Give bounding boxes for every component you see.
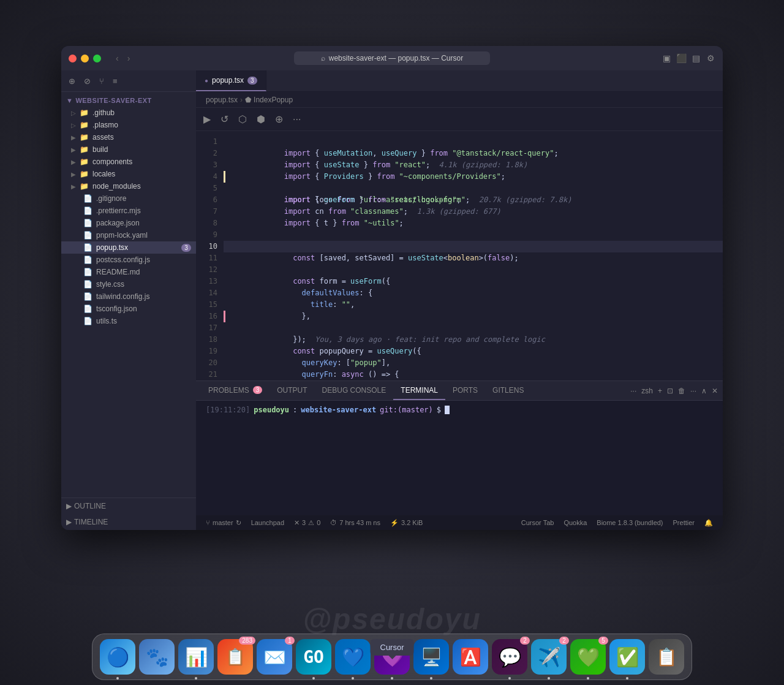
run-icon[interactable]: ▶	[201, 111, 213, 127]
breakpoint-icon[interactable]: ⊕	[273, 111, 285, 127]
tab-ports[interactable]: PORTS	[445, 381, 485, 400]
split-icon[interactable]: ⊡	[667, 387, 673, 395]
filter-icon[interactable]: ≡	[113, 77, 118, 86]
sidebar-item-github[interactable]: ▷ 📁 .github	[61, 107, 196, 119]
status-size[interactable]: ⚡ 3.2 KiB	[385, 515, 428, 530]
dock-item-slack[interactable]: 💬 2	[492, 639, 527, 675]
sidebar-item-tsconfig[interactable]: 📄 tsconfig.json	[61, 303, 196, 315]
status-branch[interactable]: ⑂ master ↻	[201, 515, 246, 530]
tab-terminal[interactable]: TERMINAL	[393, 381, 445, 400]
line-num-14: 14	[196, 287, 224, 299]
sidebar-item-components[interactable]: ▶ 📁 components	[61, 156, 196, 168]
tab-output[interactable]: OUTPUT	[270, 381, 314, 400]
more-icon[interactable]: ···	[290, 112, 303, 127]
sidebar-item-popuptsx[interactable]: 📄 popup.tsx 3	[61, 241, 196, 254]
sidebar-toggle-icon[interactable]: ▣	[662, 53, 671, 63]
step2-icon[interactable]: ⬢	[254, 111, 268, 127]
sidebar-item-readme[interactable]: 📄 README.md	[61, 266, 196, 278]
dock-item-appstore[interactable]: 🅰️	[453, 639, 488, 675]
dock-item-things[interactable]: ✅	[609, 639, 645, 675]
title-search[interactable]: ⌕ website-saver-ext — popup.tsx — Cursor	[294, 51, 490, 65]
tab-debug[interactable]: DEBUG CONSOLE	[315, 381, 394, 400]
dock-item-charts[interactable]: 📊	[178, 639, 214, 675]
sidebar-item-prettierrc[interactable]: 📄 .prettierrc.mjs	[61, 205, 196, 217]
timeline-section[interactable]: ▶ TIMELINE	[61, 514, 196, 530]
code-line-7: import { t } from "~utils";	[224, 206, 723, 218]
dock-item-mindnode[interactable]: 📋 283	[217, 639, 253, 675]
status-watch[interactable]: ⏱ 7 hrs 43 m ns	[325, 515, 385, 530]
maximize-button[interactable]	[93, 55, 101, 62]
code-line-11	[224, 252, 723, 264]
sidebar-item-postcss[interactable]: 📄 postcss.config.js	[61, 254, 196, 266]
tab-popup[interactable]: ● popup.tsx 3	[196, 70, 266, 91]
line-num-21: 21	[196, 369, 224, 380]
sidebar-item-assets[interactable]: ▶ 📁 assets	[61, 131, 196, 143]
gutter-mark	[224, 171, 225, 183]
dock-item-wechat[interactable]: 💚 5	[570, 639, 606, 675]
status-quokka[interactable]: Quokka	[559, 519, 592, 526]
dock-item-finder[interactable]: 🔵	[100, 639, 135, 675]
dock-item-remote[interactable]: 🖥️	[413, 639, 449, 675]
minimize-button[interactable]	[81, 55, 89, 62]
problems-label: PROBLEMS	[208, 386, 249, 395]
line-num-7: 7	[196, 206, 224, 218]
dock-item-goland[interactable]: GO	[296, 639, 331, 675]
kill-icon[interactable]: 🗑	[678, 387, 685, 395]
prompt-username: pseudoyu	[254, 406, 289, 414]
sidebar-item-pnpmlock[interactable]: 📄 pnpm-lock.yaml	[61, 229, 196, 241]
dock-item-vscode[interactable]: 💙	[335, 639, 371, 675]
search-files-icon[interactable]: ⊘	[84, 77, 91, 86]
tab-gitlens[interactable]: GITLENS	[485, 381, 531, 400]
sidebar-item-packagejson[interactable]: 📄 package.json	[61, 217, 196, 229]
project-root[interactable]: ▼ WEBSITE-SAVER-EXT	[61, 94, 196, 107]
status-right: Cursor Tab Quokka Biome 1.8.3 (bundled) …	[516, 519, 718, 527]
step-icon[interactable]: ⬡	[236, 111, 249, 127]
dock-item-telegram[interactable]: ✈️ 2	[531, 639, 567, 675]
ellipsis-icon[interactable]: ···	[630, 387, 636, 395]
status-prettier[interactable]: Prettier	[668, 519, 699, 526]
settings-icon[interactable]: ⚙	[706, 53, 715, 63]
status-notifications[interactable]: 🔔	[699, 519, 718, 527]
code-content[interactable]: import { useMutation, useQuery } from "@…	[224, 131, 723, 380]
tab-problems[interactable]: PROBLEMS 3	[201, 381, 270, 400]
chevron-down-icon: ▼	[66, 97, 73, 104]
close-button[interactable]	[69, 55, 77, 62]
debug-icon[interactable]: ↺	[218, 111, 231, 127]
tab-label: popup.tsx	[212, 76, 244, 85]
close-panel-icon[interactable]: ✕	[712, 387, 718, 395]
slack-badge: 2	[520, 637, 530, 645]
sidebar-item-build[interactable]: ▶ 📁 build	[61, 143, 196, 156]
sidebar-item-utils[interactable]: 📄 utils.ts	[61, 315, 196, 327]
search-icon: ⌕	[321, 54, 325, 62]
maximize-panel-icon[interactable]: ∧	[701, 387, 707, 395]
dock-item-paw[interactable]: 🐾	[139, 639, 175, 675]
sidebar-item-stylecss[interactable]: 📄 style.css	[61, 278, 196, 290]
layout-icon[interactable]: ▤	[691, 53, 701, 63]
line-num-3: 3	[196, 159, 224, 171]
dock-item-mail[interactable]: ✉️ 1	[257, 639, 292, 675]
sidebar-item-nodemodules[interactable]: ▶ 📁 node_modules	[61, 180, 196, 192]
status-biome[interactable]: Biome 1.8.3 (bundled)	[592, 519, 668, 526]
sidebar-item-tailwind[interactable]: 📄 tailwind.config.js	[61, 290, 196, 303]
line-num-5: 5	[196, 183, 224, 194]
clipboard-icon: 📋	[656, 647, 677, 667]
forward-button[interactable]: ›	[125, 52, 133, 64]
more-icon[interactable]: ···	[690, 387, 696, 395]
outline-section[interactable]: ▶ OUTLINE	[61, 498, 196, 514]
status-launchpad[interactable]: Launchpad	[246, 515, 289, 530]
back-button[interactable]: ‹	[113, 52, 121, 64]
sidebar-item-locales[interactable]: ▶ 📁 locales	[61, 168, 196, 180]
remote-dot	[430, 677, 432, 679]
dock-item-clipboard[interactable]: 📋	[649, 639, 684, 675]
file-badge: 3	[181, 244, 191, 252]
source-control-icon[interactable]: ⑂	[99, 77, 104, 86]
status-cursor-tab[interactable]: Cursor Tab	[516, 519, 559, 526]
status-errors[interactable]: ✕ 3 ⚠ 0	[289, 515, 325, 530]
new-terminal-icon[interactable]: +	[658, 387, 662, 395]
panel-area: PROBLEMS 3 OUTPUT DEBUG CONSOLE TERMINAL…	[196, 380, 723, 515]
terminal-content[interactable]: [19:11:20] pseudoyu : website-saver-ext …	[196, 401, 723, 515]
sidebar-item-plasmo[interactable]: ▷ 📁 .plasmo	[61, 119, 196, 131]
new-file-icon[interactable]: ⊕	[69, 77, 75, 86]
panel-toggle-icon[interactable]: ⬛	[676, 53, 686, 63]
sidebar-item-gitignore[interactable]: 📄 .gitignore	[61, 192, 196, 205]
